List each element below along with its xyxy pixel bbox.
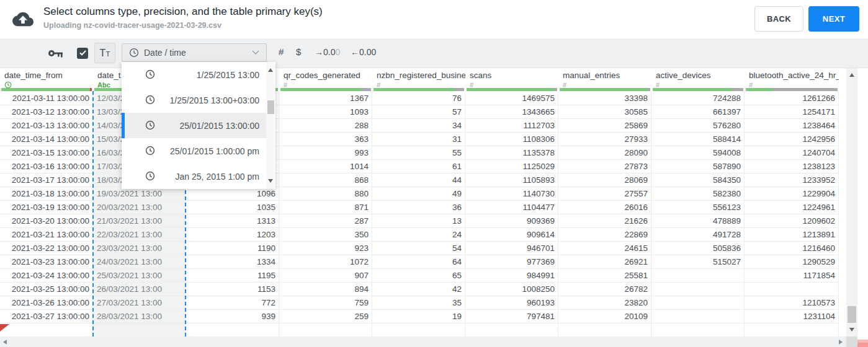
table-cell: [93, 323, 186, 336]
table-cell: 24/03/2021 13:00: [93, 255, 186, 269]
column-header-scans[interactable]: scans#: [465, 68, 558, 88]
vertical-scrollbar-thumb[interactable]: [848, 306, 856, 323]
table-cell: 2021-03-21 13:00:00: [0, 228, 93, 242]
table-cell: 259: [279, 310, 372, 323]
table-cell: [279, 323, 372, 336]
table-cell: 34: [372, 119, 465, 133]
table-cell: 57: [372, 105, 465, 119]
table-cell: 20109: [558, 310, 651, 323]
table-cell: 960193: [465, 296, 558, 310]
primary-key-icon[interactable]: [48, 49, 63, 58]
column-quality-bar: [651, 88, 745, 91]
table-cell: 871: [279, 201, 372, 214]
table-cell: 23/03/2021 13:00: [93, 242, 186, 255]
clock-icon: [145, 120, 155, 130]
table-cell: 907: [279, 269, 372, 283]
column-header-nzbn_registered_busine[interactable]: nzbn_registered_busine#: [372, 68, 465, 88]
column-header-qr_codes_generated[interactable]: qr_codes_generated#: [279, 68, 372, 88]
table-cell: 76: [372, 92, 465, 105]
scroll-right-arrow[interactable]: [839, 340, 843, 345]
table-cell: 661397: [651, 105, 745, 119]
currency-type-button[interactable]: $: [296, 46, 301, 57]
table-cell: 61: [372, 160, 465, 174]
number-type-label: #: [656, 81, 745, 88]
dropdown-scrollbar[interactable]: [266, 62, 275, 189]
column-header-date_time_from[interactable]: date_time_from: [0, 68, 93, 88]
column-name: scans: [470, 71, 558, 80]
number-type-label: #: [563, 81, 651, 88]
add-decimal-button[interactable]: →0.00: [315, 47, 340, 57]
vertical-scrollbar[interactable]: [846, 68, 857, 336]
table-cell: 25581: [558, 269, 651, 283]
table-row: 2021-03-19 13:00:0020/03/2021 13:0010358…: [0, 201, 839, 214]
table-cell: [651, 310, 745, 323]
wizard-header: Select columns type, precision, and the …: [0, 0, 868, 38]
table-cell: 26/03/2021 13:00: [93, 283, 186, 296]
table-cell: 1195: [186, 269, 279, 283]
dropdown-option[interactable]: 1/25/2015 13:00: [122, 62, 275, 87]
table-cell: 977369: [465, 255, 558, 269]
table-cell: 31: [372, 133, 465, 146]
table-cell: 2021-03-16 13:00:00: [0, 160, 93, 174]
table-cell: 44: [372, 174, 465, 187]
dropdown-scrollbar-thumb[interactable]: [267, 100, 274, 114]
column-name: date_time_from: [4, 71, 93, 80]
scroll-left-arrow[interactable]: [3, 340, 7, 345]
dropdown-option[interactable]: Jan 25, 2015 1:00 pm: [122, 164, 275, 189]
dropdown-option[interactable]: 25/01/2015 1:00:00 pm: [122, 138, 275, 164]
column-header-bluetooth_active_24_hr_[interactable]: bluetooth_active_24_hr_#: [745, 68, 839, 88]
horizontal-scrollbar[interactable]: [0, 336, 846, 347]
table-cell: 26016: [558, 201, 651, 214]
table-cell: 21/03/2021 13:00: [93, 214, 186, 228]
dropdown-scroll-up[interactable]: [268, 68, 273, 72]
remove-decimal-button[interactable]: ←0.00: [351, 47, 376, 57]
table-row: 2021-03-20 13:00:0021/03/2021 13:0013132…: [0, 214, 839, 228]
clock-icon: [145, 146, 155, 156]
chevron-down-icon: [252, 50, 259, 55]
text-type-button[interactable]: TT: [94, 43, 115, 63]
table-cell: 939: [186, 310, 279, 323]
left-arrow-glyph: ←: [351, 47, 359, 57]
table-cell: 19: [372, 310, 465, 323]
scroll-up-arrow[interactable]: [849, 73, 854, 77]
table-cell: 2021-03-20 13:00:00: [0, 214, 93, 228]
table-cell: 1367: [279, 92, 372, 105]
column-header-manual_entries[interactable]: manual_entries#: [558, 68, 651, 88]
table-cell: 584350: [651, 174, 745, 187]
datetime-type-icon: [4, 81, 93, 88]
table-cell: 984991: [465, 269, 558, 283]
table-cell: 588414: [651, 133, 745, 146]
table-cell: 1343665: [465, 105, 558, 119]
column-header-active_devices[interactable]: active_devices#: [651, 68, 745, 88]
table-cell: 2021-03-17 13:00:00: [0, 174, 93, 187]
next-button[interactable]: NEXT: [808, 6, 859, 32]
table-cell: 2021-03-19 13:00:00: [0, 201, 93, 214]
table-cell: 1072: [279, 255, 372, 269]
page-title: Select columns type, precision, and the …: [43, 6, 323, 18]
table-cell: 1209602: [745, 214, 839, 228]
dropdown-scroll-down[interactable]: [268, 179, 273, 183]
table-cell: 1231104: [745, 310, 839, 323]
column-type-select[interactable]: Date / time: [122, 43, 267, 62]
table-cell: 1153: [186, 283, 279, 296]
dropdown-option[interactable]: 25/01/2015 13:00:00: [122, 113, 275, 138]
table-cell: 1008250: [465, 283, 558, 296]
table-cell: 22869: [558, 228, 651, 242]
table-cell: 909614: [465, 228, 558, 242]
table-cell: 2021-03-22 13:00:00: [0, 242, 93, 255]
dropdown-option[interactable]: 1/25/2015 13:00+03:00: [122, 87, 275, 113]
table-cell: 923: [279, 242, 372, 255]
column-selected-checkbox[interactable]: [77, 48, 88, 59]
table-cell: 25/03/2021 13:00: [93, 269, 186, 283]
number-type-button[interactable]: #: [279, 46, 284, 57]
table-row: 2021-03-18 13:00:0019/03/2021 13:0010968…: [0, 187, 839, 201]
table-cell: 25869: [558, 119, 651, 133]
table-cell: 724288: [651, 92, 745, 105]
table-cell: 2021-03-26 13:00:00: [0, 296, 93, 310]
column-quality-bar: [372, 88, 465, 91]
table-cell: 55: [372, 146, 465, 160]
scroll-down-arrow[interactable]: [849, 328, 854, 332]
table-cell: 42: [372, 283, 465, 296]
table-corner-marker: [0, 324, 9, 332]
back-button[interactable]: BACK: [754, 6, 803, 32]
